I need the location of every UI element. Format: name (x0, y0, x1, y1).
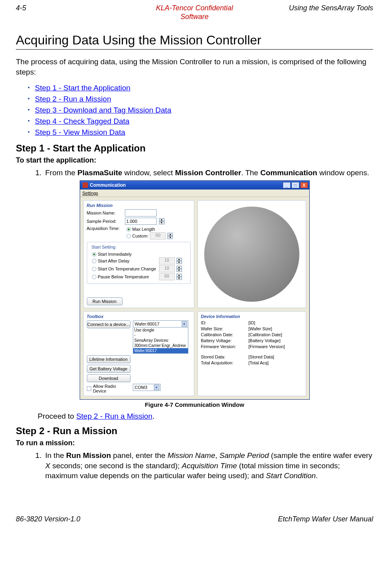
page-footer: 86-3820 Version-1.0 EtchTemp Wafer User … (0, 515, 389, 523)
allow-radio-checkbox[interactable] (87, 386, 92, 391)
header-confidential: KLA-Tencor Confidential Software (135, 4, 254, 21)
proceed-text: Proceed to Step 2 - Run a Mission. (16, 412, 373, 421)
battery-voltage-button[interactable]: Get Battery Voltage (87, 365, 130, 373)
lifetime-info-button[interactable]: Lifetime Information (87, 355, 130, 363)
run-mission-panel: Run Mission Mission Name: Sample Period:… (83, 200, 194, 308)
dd-item-selected[interactable]: Wafer:80017 (133, 348, 188, 353)
acq-time-label: Acquisition Time: (87, 226, 123, 231)
custom-time-input: 60 (150, 232, 166, 239)
dd-item[interactable]: Use dongle (133, 328, 188, 333)
menu-settings[interactable]: Settings (82, 191, 98, 195)
steps-list: Step 1 - Start the Application Step 2 - … (16, 82, 373, 138)
step2-list: In the Run Mission panel, enter the Miss… (16, 450, 373, 481)
toolbox-panel: Toolbox Connect to a device... Wafer:800… (83, 311, 194, 396)
link-step-5[interactable]: Step 5 - View Mission Data (35, 128, 125, 136)
run-mission-title: Run Mission (87, 203, 191, 208)
custom-spinner: ▲▼ (167, 233, 173, 239)
device-dropdown: Use dongle - SensArray Devices: 300mm:Ca… (133, 327, 188, 354)
com-port-combo[interactable]: COM3 ▼ (133, 384, 161, 391)
maximize-button[interactable]: □ (291, 182, 299, 188)
start-setting-fieldset: Start Setting Start Immediately Start Af… (87, 242, 191, 284)
step1-item1: From the PlasmaSuite window, select Miss… (44, 168, 373, 178)
sample-period-spinner[interactable]: ▲▼ (159, 218, 165, 224)
device-combo[interactable]: Wafer:80017 ▼ (133, 320, 188, 328)
radio-max-length[interactable] (126, 227, 131, 232)
heading-step-2: Step 2 - Run a Mission (16, 425, 373, 437)
mission-name-input[interactable] (125, 209, 157, 216)
mission-name-label: Mission Name: (87, 211, 123, 215)
wafer-display-panel (197, 200, 306, 308)
step1-list: From the PlasmaSuite window, select Miss… (16, 168, 373, 178)
allow-radio-label: Allow Radio Device (93, 384, 130, 393)
menubar: Settings (80, 190, 309, 197)
sample-period-label: Sample Period: (87, 219, 123, 224)
header-chapter: Using the SensArray Tools (254, 4, 373, 21)
close-button[interactable]: X (300, 182, 308, 188)
step2-item1: In the Run Mission panel, enter the Miss… (44, 450, 373, 481)
dd-item[interactable]: 300mm:Carrier:Engr_Andrew (133, 343, 188, 348)
page-header: 4-5 KLA-Tencor Confidential Software Usi… (16, 4, 373, 21)
device-info-panel: Device Information ID:[ID] Wafer Size:[W… (197, 311, 306, 396)
start-setting-legend: Start Setting (90, 245, 117, 249)
link-step-3[interactable]: Step 3 - Download and Tag Mission Data (35, 106, 171, 114)
heading-step-1: Step 1 - Start the Application (16, 143, 373, 154)
chevron-down-icon: ▼ (182, 321, 187, 327)
connect-device-button[interactable]: Connect to a device... (87, 320, 130, 328)
window-titlebar[interactable]: Communication _ □ X (80, 181, 309, 190)
link-proceed-step2[interactable]: Step 2 - Run a Mission (76, 412, 152, 420)
radio-pause-below-temp[interactable] (92, 275, 96, 279)
dd-item[interactable]: SensArray Devices: (133, 338, 188, 343)
wafer-circle (204, 207, 299, 302)
app-icon (82, 182, 88, 188)
subheading-run-mission: To run a mission: (16, 439, 373, 447)
subheading-start-app: To start the application: (16, 156, 373, 165)
sample-period-input[interactable] (125, 218, 157, 225)
dd-item[interactable]: - (133, 333, 188, 338)
header-page-num: 4-5 (16, 4, 135, 21)
page-title: Acquiring Data Using the Mission Control… (16, 33, 373, 50)
device-info-title: Device Information (201, 314, 303, 319)
intro-text: The process of acquiring data, using the… (16, 57, 373, 77)
communication-window: Communication _ □ X Settings Run Mission… (80, 180, 310, 400)
download-button[interactable]: Download (87, 374, 130, 382)
chevron-down-icon: ▼ (154, 385, 159, 390)
link-step-1[interactable]: Step 1 - Start the Application (35, 84, 130, 92)
link-step-2[interactable]: Step 2 - Run a Mission (35, 95, 111, 103)
window-title: Communication (90, 182, 126, 188)
run-mission-button[interactable]: Run Mission (87, 297, 123, 305)
figure-caption: Figure 4-7 Communication Window (16, 401, 373, 408)
minimize-button[interactable]: _ (283, 182, 291, 188)
link-step-4[interactable]: Step 4 - Check Tagged Data (35, 117, 129, 125)
toolbox-title: Toolbox (87, 314, 191, 319)
footer-version: 86-3820 Version-1.0 (16, 515, 80, 523)
radio-start-immediately[interactable] (92, 252, 96, 257)
radio-custom[interactable] (126, 234, 131, 238)
radio-start-temp-change[interactable] (92, 267, 96, 271)
footer-manual-title: EtchTemp Wafer User Manual (278, 515, 373, 523)
radio-start-after-delay[interactable] (92, 259, 96, 263)
